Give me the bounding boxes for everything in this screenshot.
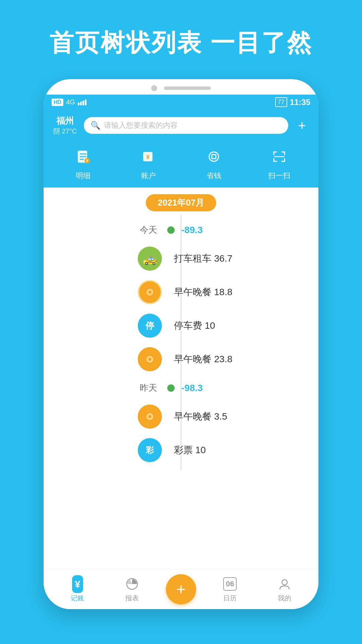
nav-item-detail[interactable]: ¥ 明细 [71, 145, 95, 181]
bottom-nav: ¥ 记账 报表 + 06 [44, 569, 318, 609]
weather-info: 福州 阴 27°C [52, 115, 78, 136]
day-label-yesterday: 昨天 [44, 382, 167, 394]
day-dot-yesterday [167, 384, 175, 392]
status-left: HD 4G [52, 98, 86, 106]
tx-icon-parking: 停 [138, 314, 162, 338]
status-bar: HD 4G 77 11:35 [44, 95, 318, 110]
day-row-yesterday: 昨天 -98.3 [44, 376, 318, 400]
tx-row-meal2[interactable]: 早午晚餐 23.8 [44, 342, 318, 376]
tx-row-taxi[interactable]: 🚕 打车租车 36.7 [44, 242, 318, 275]
svg-point-13 [148, 290, 152, 294]
bar1 [78, 103, 79, 105]
mine-icon [276, 576, 293, 592]
tx-row-parking[interactable]: 停 停车费 10 [44, 309, 318, 342]
tx-icon-meal2 [138, 347, 162, 371]
search-icon: 🔍 [90, 121, 101, 130]
phone-camera [151, 85, 157, 91]
tx-label-lottery: 彩票 10 [167, 444, 206, 457]
scan-label: 扫一扫 [268, 171, 290, 181]
nav-item-account[interactable]: ¥ 账户 [136, 145, 161, 181]
tx-row-meal3[interactable]: 早午晚餐 3.5 [44, 400, 318, 433]
search-bar[interactable]: 🔍 请输入您要搜索的内容 [84, 117, 288, 134]
add-center-button[interactable]: + [166, 574, 196, 604]
jizhang-icon: ¥ [69, 576, 86, 592]
jizhang-label: 记账 [71, 594, 84, 603]
phone-speaker [164, 87, 211, 90]
nav-item-scan[interactable]: 扫一扫 [267, 145, 291, 181]
app-header: 福州 阴 27°C 🔍 请输入您要搜索的内容 + [44, 110, 318, 141]
tx-icon-taxi: 🚕 [138, 247, 162, 271]
account-label: 账户 [141, 171, 156, 181]
month-badge-wrap: 2021年07月 [44, 187, 318, 215]
tx-label-taxi: 打车租车 36.7 [167, 252, 232, 265]
battery-level: 77 [275, 97, 287, 107]
bar4 [85, 100, 86, 105]
status-right: 77 11:35 [275, 97, 310, 107]
add-button[interactable]: + [294, 118, 310, 133]
bottom-nav-jizhang[interactable]: ¥ 记账 [50, 576, 105, 603]
day-dot-today [167, 226, 175, 234]
svg-rect-9 [212, 155, 216, 159]
tx-left-meal1 [44, 280, 167, 304]
save-label: 省钱 [206, 171, 221, 181]
tx-left-meal3 [44, 405, 167, 429]
search-placeholder-text: 请输入您要搜索的内容 [104, 120, 178, 130]
day-amount-yesterday: -98.3 [175, 383, 203, 393]
bottom-nav-calendar[interactable]: 06 日历 [203, 576, 257, 603]
nav-item-save[interactable]: 省钱 [202, 145, 226, 181]
nav-icons-bar: ¥ 明细 ¥ 账户 省钱 [44, 141, 318, 187]
tx-left-parking: 停 [44, 314, 167, 338]
signal-bars [78, 99, 86, 105]
svg-rect-8 [209, 152, 219, 161]
day-label-today: 今天 [44, 224, 167, 236]
calendar-icon: 06 [222, 576, 238, 592]
detail-icon: ¥ [71, 145, 95, 169]
report-icon [124, 576, 140, 592]
header-row: 福州 阴 27°C 🔍 请输入您要搜索的内容 + [52, 115, 310, 136]
tx-icon-meal1 [138, 280, 162, 304]
phone-mockup: HD 4G 77 11:35 福州 阴 27°C 🔍 请输入您要 [44, 79, 318, 609]
day-row-today: 今天 -89.3 [44, 218, 318, 242]
account-icon: ¥ [136, 145, 161, 169]
timeline: 今天 -89.3 🚕 打车租车 36.7 [44, 215, 318, 470]
tx-icon-meal3 [138, 405, 162, 429]
scan-icon [267, 145, 291, 169]
hd-badge: HD [52, 99, 63, 106]
tx-label-meal2: 早午晚餐 23.8 [167, 353, 232, 366]
svg-point-19 [148, 415, 152, 418]
svg-point-21 [282, 580, 287, 585]
svg-text:¥: ¥ [146, 153, 150, 161]
bar3 [82, 101, 84, 105]
bottom-nav-add[interactable]: + [159, 574, 203, 604]
month-badge: 2021年07月 [146, 194, 217, 211]
bottom-nav-mine[interactable]: 我的 [257, 576, 312, 603]
day-amount-today: -89.3 [175, 225, 203, 235]
tx-label-meal1: 早午晚餐 18.8 [167, 286, 232, 299]
tx-label-meal3: 早午晚餐 3.5 [167, 410, 227, 423]
calendar-label: 日历 [223, 594, 237, 603]
svg-text:¥: ¥ [86, 159, 88, 163]
phone-top-bar [44, 79, 318, 95]
tx-label-parking: 停车费 10 [167, 319, 215, 332]
tx-row-lottery[interactable]: 彩 彩票 10 [44, 433, 318, 467]
page-headline: 首页树状列表 一目了然 [0, 0, 362, 79]
detail-label: 明细 [76, 171, 90, 181]
report-label: 报表 [125, 594, 139, 603]
bar2 [80, 102, 82, 105]
tx-icon-lottery: 彩 [138, 438, 162, 462]
network-badge: 4G [66, 98, 75, 106]
city-label: 福州 [52, 115, 78, 127]
mine-label: 我的 [278, 594, 291, 603]
content-area: 2021年07月 今天 -89.3 🚕 打车租车 36.7 [44, 187, 318, 546]
tx-left-taxi: 🚕 [44, 247, 167, 271]
weather-temp: 阴 27°C [52, 127, 78, 136]
add-center-icon: + [176, 581, 186, 597]
time-display: 11:35 [290, 98, 310, 107]
save-icon [202, 145, 226, 169]
tx-left-meal2 [44, 347, 167, 371]
tx-left-lottery: 彩 [44, 438, 167, 462]
tx-row-meal1[interactable]: 早午晚餐 18.8 [44, 275, 318, 309]
svg-point-16 [148, 358, 152, 361]
bottom-nav-report[interactable]: 报表 [105, 576, 160, 603]
